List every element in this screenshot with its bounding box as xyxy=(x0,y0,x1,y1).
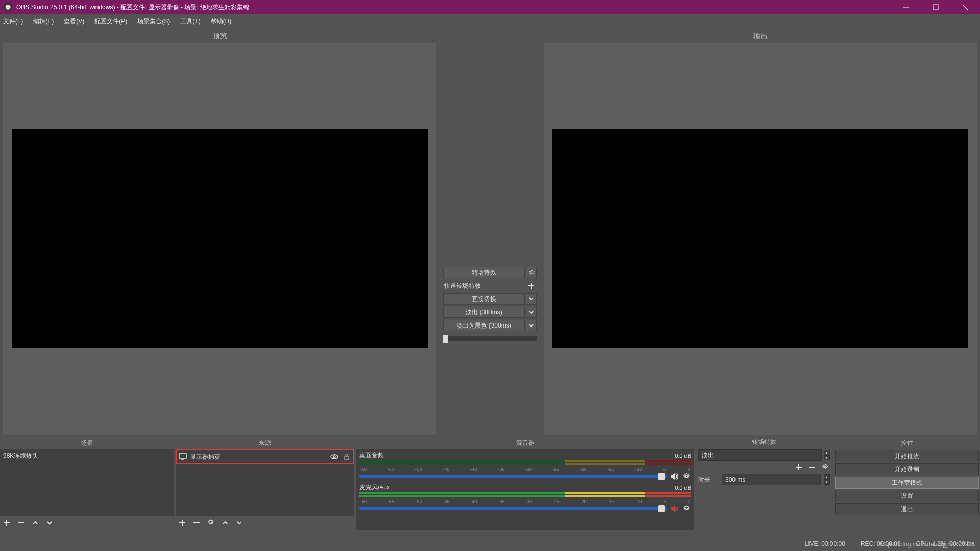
dock-transition: 转场特效 淡出 ▴▾ 时长 300 ms ▴▾ xyxy=(696,437,832,530)
transition-center-column: 转场特效 快速转场特效 直接切换 淡出 (300ms) 淡出为黑色 (300ms… xyxy=(436,31,544,435)
transition-select[interactable]: 淡出 xyxy=(698,449,822,461)
exit-button[interactable]: 退出 xyxy=(835,503,979,515)
scenes-toolbar xyxy=(0,516,174,530)
preview-label: 预览 xyxy=(3,31,436,43)
chevron-down-icon[interactable] xyxy=(526,307,537,318)
speaker-icon[interactable] xyxy=(670,472,679,481)
source-name: 显示器捕获 xyxy=(190,453,327,461)
remove-source-icon[interactable] xyxy=(192,518,201,528)
source-down-icon[interactable] xyxy=(235,518,244,528)
minimize-button[interactable] xyxy=(891,0,921,14)
mixer-channel: 桌面音频 0.0 dB -60-55-50-45-40-35-30-25-20-… xyxy=(359,451,691,481)
duration-label: 时长 xyxy=(698,475,719,484)
add-transition-icon[interactable] xyxy=(794,463,803,472)
svg-point-11 xyxy=(331,455,338,459)
mixer-channel: 麦克风/Aux 0.0 dB -60-55-50-45-40-35-30-25-… xyxy=(359,483,691,513)
mixer-meter xyxy=(359,460,691,467)
close-button[interactable] xyxy=(950,0,980,14)
window-title: OBS Studio 25.0.1 (64-bit, windows) - 配置… xyxy=(16,3,249,12)
duration-input[interactable]: 300 ms xyxy=(722,474,821,485)
svg-marker-20 xyxy=(671,506,675,512)
volume-thumb[interactable] xyxy=(658,505,665,512)
menu-bar: 文件(F) 编辑(E) 查看(V) 配置文件(P) 场景集合(S) 工具(T) … xyxy=(0,14,980,29)
scene-down-icon[interactable] xyxy=(45,518,54,528)
scene-up-icon[interactable] xyxy=(31,518,40,528)
sources-toolbar xyxy=(176,516,354,530)
watermark-text: https://blog.csdn.net/qq_44275286 xyxy=(881,541,975,548)
menu-view[interactable]: 查看(V) xyxy=(64,17,84,26)
add-source-icon[interactable] xyxy=(178,518,187,528)
output-canvas xyxy=(552,129,968,348)
menu-edit[interactable]: 编辑(E) xyxy=(33,17,54,26)
obs-logo-icon: ⚪ xyxy=(3,3,12,12)
mixer-channel-db: 0.0 dB xyxy=(675,485,691,491)
mixer-channel-db: 0.0 dB xyxy=(675,453,691,459)
status-live: LIVE: 00:00:00 xyxy=(804,540,845,547)
start-record-button[interactable]: 开始录制 xyxy=(835,463,979,475)
visibility-icon[interactable] xyxy=(330,452,339,461)
quick-transition-cut[interactable]: 直接切换 xyxy=(443,293,525,305)
transition-dock-settings-icon[interactable] xyxy=(821,463,830,472)
menu-file[interactable]: 文件(F) xyxy=(3,17,23,26)
tbar-thumb[interactable] xyxy=(443,335,448,343)
volume-slider[interactable] xyxy=(359,507,667,510)
svg-rect-9 xyxy=(179,454,186,458)
svg-rect-13 xyxy=(345,456,349,460)
dock-controls: 控件 开始推流 开始录制 工作室模式 设置 退出 xyxy=(834,437,980,530)
source-up-icon[interactable] xyxy=(220,518,230,528)
quick-transition-fade[interactable]: 淡出 (300ms) xyxy=(443,307,525,318)
mixer-ticks: -60-55-50-45-40-35-30-25-20-15-10-50 xyxy=(359,499,691,503)
preview-canvas-wrap[interactable] xyxy=(3,43,436,435)
mixer-channel-name: 麦克风/Aux xyxy=(359,483,675,492)
dock-sources-title[interactable]: 来源 xyxy=(176,437,354,449)
mixer-ticks: -60-55-50-45-40-35-30-25-20-15-10-50 xyxy=(359,467,691,471)
remove-transition-icon[interactable] xyxy=(807,463,817,472)
mixer-channel-name: 桌面音频 xyxy=(359,451,675,460)
add-quick-transition-icon[interactable] xyxy=(526,280,537,291)
chevron-down-icon[interactable] xyxy=(526,293,537,305)
svg-point-12 xyxy=(333,456,335,458)
remove-scene-icon[interactable] xyxy=(16,518,26,528)
volume-slider[interactable] xyxy=(359,475,667,478)
dock-transition-title[interactable]: 转场特效 xyxy=(696,437,832,447)
speaker-muted-icon[interactable] xyxy=(670,504,679,513)
preview-canvas xyxy=(12,129,428,348)
source-item[interactable]: 显示器捕获 xyxy=(177,450,353,463)
mixer-meter xyxy=(359,492,691,499)
quick-transition-fadeblack[interactable]: 淡出为黑色 (300ms) xyxy=(443,320,525,331)
channel-settings-icon[interactable] xyxy=(682,504,691,513)
studio-mode-button[interactable]: 工作室模式 xyxy=(835,477,979,489)
dock-mixer: 混音器 桌面音频 0.0 dB -60-55-50-45-40-35-30-25… xyxy=(356,437,694,530)
output-label: 输出 xyxy=(544,31,977,43)
svg-marker-18 xyxy=(671,473,675,480)
menu-help[interactable]: 帮助(H) xyxy=(211,17,232,26)
maximize-button[interactable] xyxy=(921,0,950,14)
main-area: 预览 转场特效 快速转场特效 直接切换 淡出 (300ms) 淡出为黑色 (30… xyxy=(0,29,980,437)
transition-button[interactable]: 转场特效 xyxy=(443,267,525,278)
docks-row: 场景 98K连续爆头 来源 显示器捕获 xyxy=(0,437,980,530)
channel-settings-icon[interactable] xyxy=(682,472,691,481)
title-bar: ⚪ OBS Studio 25.0.1 (64-bit, windows) - … xyxy=(0,0,980,14)
dock-sources: 来源 显示器捕获 xyxy=(176,437,354,530)
volume-thumb[interactable] xyxy=(658,473,665,480)
scene-item[interactable]: 98K连续爆头 xyxy=(0,449,174,462)
dock-mixer-title[interactable]: 混音器 xyxy=(356,437,694,449)
dock-scenes-title[interactable]: 场景 xyxy=(0,437,174,449)
transition-spin[interactable]: ▴▾ xyxy=(824,450,830,460)
output-canvas-wrap[interactable] xyxy=(544,43,977,435)
transition-settings-icon[interactable] xyxy=(526,267,537,278)
tbar-slider[interactable] xyxy=(443,336,537,341)
dock-scenes: 场景 98K连续爆头 xyxy=(0,437,174,530)
chevron-down-icon[interactable] xyxy=(526,320,537,331)
dock-controls-title[interactable]: 控件 xyxy=(834,437,980,449)
duration-spin[interactable]: ▴▾ xyxy=(824,474,830,485)
monitor-icon xyxy=(179,453,187,460)
lock-icon[interactable] xyxy=(342,452,351,461)
start-stream-button[interactable]: 开始推流 xyxy=(835,450,979,462)
menu-tools[interactable]: 工具(T) xyxy=(180,17,200,26)
settings-button[interactable]: 设置 xyxy=(835,490,979,502)
menu-scene-collection[interactable]: 场景集合(S) xyxy=(137,17,170,26)
source-settings-icon[interactable] xyxy=(206,518,215,528)
menu-profile[interactable]: 配置文件(P) xyxy=(94,17,127,26)
add-scene-icon[interactable] xyxy=(2,518,11,528)
